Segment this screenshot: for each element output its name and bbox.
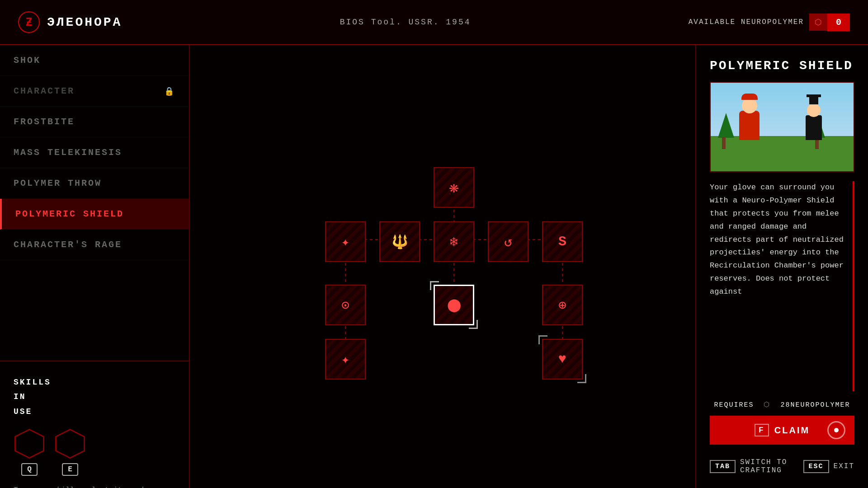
node-1-2[interactable]: ❄	[434, 221, 474, 262]
skill-slot-q: Q	[14, 428, 45, 476]
node-1-1[interactable]: 🔱	[379, 221, 420, 262]
node-1-0[interactable]: ✦	[325, 221, 366, 262]
node-2-0[interactable]: ⊙	[325, 285, 366, 325]
skills-section: SKILLS IN USE Q	[0, 361, 189, 488]
sidebar-item-character[interactable]: CHARACTER 🔒	[0, 76, 189, 107]
switch-crafting-label: SWITCH TO CRAFTING	[740, 458, 803, 474]
sidebar-item-shok[interactable]: SHOK	[0, 45, 189, 76]
skills-slots: Q E	[14, 428, 175, 476]
tab-key-badge: TAB	[710, 460, 736, 473]
claim-button[interactable]: F CLAIM	[710, 416, 854, 445]
panel-title: POLYMERIC SHIELD	[710, 59, 854, 73]
node-3-4[interactable]: ♥	[542, 339, 583, 380]
cartoon-scene	[711, 83, 854, 171]
exit-button[interactable]: ESC EXIT	[803, 460, 854, 473]
logo-icon: Ƶ	[18, 11, 40, 33]
sidebar-item-mass-telekinesis[interactable]: MASS TELEKINESIS	[0, 137, 189, 168]
neuropolymer-icon: ⬡	[809, 14, 827, 31]
key-q-badge[interactable]: Q	[21, 463, 38, 476]
lock-icon: 🔒	[164, 86, 175, 96]
skill-slot-e: E	[54, 428, 86, 476]
sidebar-item-frostbite[interactable]: FROSTBITE	[0, 107, 189, 137]
node-1-3[interactable]: ↺	[488, 221, 528, 262]
claim-circle-icon	[827, 421, 845, 439]
skills-title: SKILLS IN USE	[14, 375, 175, 419]
exit-label: EXIT	[834, 462, 854, 470]
sidebar-item-polymer-throw[interactable]: POLYMER THROW	[0, 168, 189, 199]
skill-hex-e	[54, 428, 86, 460]
panel-image	[710, 82, 854, 172]
neuropolymer-label: AVAILABLE NEUROPOLYMER	[689, 18, 804, 26]
bios-tool-label: BIOS Tool. USSR. 1954	[340, 18, 471, 27]
skills-hint: To use a skill, select it, and press Q o…	[14, 485, 175, 488]
logo-section: Ƶ ЭЛЕОНОРА	[18, 11, 122, 33]
neuropolymer-value: 0	[827, 14, 850, 31]
skill-tree: ❋ ✦ 🔱 ❄ ↺ S ⊙ ⬤	[190, 45, 696, 488]
node-2-4[interactable]: ⊕	[542, 285, 583, 325]
node-3-0[interactable]: ✦	[325, 339, 366, 380]
esc-key-badge: ESC	[803, 460, 829, 473]
panel-description: Your glove can surround you with a Neuro…	[710, 181, 854, 391]
sidebar-nav: SHOK CHARACTER 🔒 FROSTBITE MASS TELEKINE…	[0, 45, 189, 361]
svg-marker-1	[56, 430, 85, 458]
sidebar-item-characters-rage[interactable]: CHARACTER'S RAGE	[0, 230, 189, 260]
character-name: ЭЛЕОНОРА	[47, 15, 122, 29]
node-2-2-selected[interactable]: ⬤	[434, 285, 474, 325]
header: Ƶ ЭЛЕОНОРА BIOS Tool. USSR. 1954 AVAILAB…	[0, 0, 868, 45]
tree-container: ❋ ✦ 🔱 ❄ ↺ S ⊙ ⬤	[318, 158, 567, 375]
skill-hex-q	[14, 428, 45, 460]
claim-label: CLAIM	[774, 425, 810, 436]
bottom-actions: TAB SWITCH TO CRAFTING ESC EXIT	[710, 458, 854, 474]
sidebar: SHOK CHARACTER 🔒 FROSTBITE MASS TELEKINE…	[0, 45, 190, 488]
panel-requires: REQUIRES ⬡ 28NEUROPOLYMER	[710, 400, 854, 409]
node-1-4[interactable]: S	[542, 221, 583, 262]
main-container: SHOK CHARACTER 🔒 FROSTBITE MASS TELEKINE…	[0, 45, 868, 488]
switch-crafting-button[interactable]: TAB SWITCH TO CRAFTING	[710, 458, 803, 474]
right-panel: POLYMERIC SHIELD	[696, 45, 868, 488]
neuropolymer-section: AVAILABLE NEUROPOLYMER ⬡ 0	[689, 14, 850, 31]
claim-key-badge: F	[755, 424, 769, 436]
key-e-badge[interactable]: E	[62, 463, 78, 476]
svg-marker-0	[15, 430, 44, 458]
sidebar-item-polymeric-shield[interactable]: POLYMERIC SHIELD	[0, 199, 189, 230]
neuropolymer-count: ⬡ 0	[809, 14, 850, 31]
node-0-2[interactable]: ❋	[434, 167, 474, 208]
